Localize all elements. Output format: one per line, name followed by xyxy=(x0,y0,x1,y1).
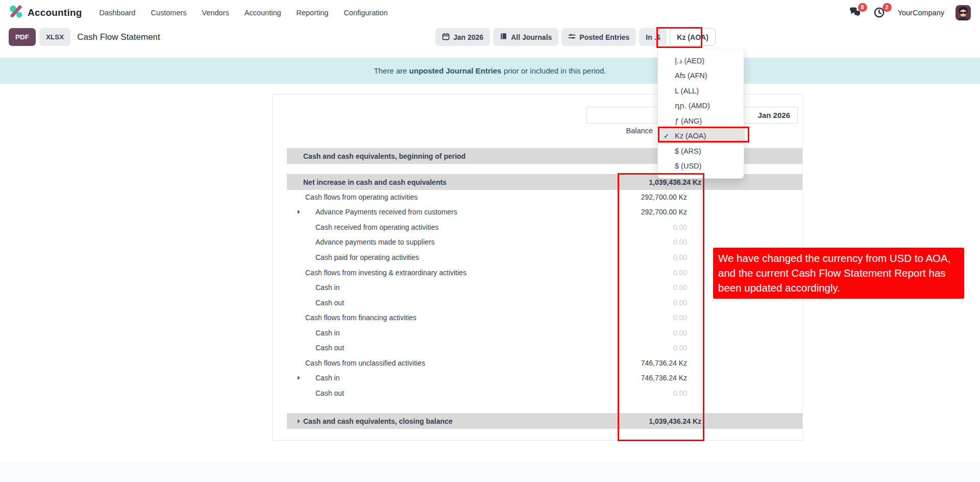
odoo-logo-icon xyxy=(9,5,23,20)
unposted-entries-banner: There are unposted Journal Entries prior… xyxy=(0,58,980,84)
banner-text-bold: unposted Journal Entries xyxy=(409,66,502,75)
currency-option-ars[interactable]: $ (ARS) xyxy=(658,143,744,159)
nav-item-accounting[interactable]: Accounting xyxy=(244,9,281,17)
comparison-filter-label: In .$ xyxy=(646,33,660,41)
journals-filter-button[interactable]: All Journals xyxy=(493,28,558,46)
currency-option-usd[interactable]: $ (USD) xyxy=(658,159,744,174)
posted-entries-filter-label: Posted Entries xyxy=(579,33,629,41)
user-avatar[interactable] xyxy=(955,5,971,20)
report-row-financing-cash-out: Cash out 0.00 xyxy=(273,340,802,355)
nav-item-configuration[interactable]: Configuration xyxy=(344,9,387,17)
comparison-filter-button[interactable]: In .$ xyxy=(639,28,667,46)
date-filter-button[interactable]: Jan 2026 xyxy=(435,28,490,46)
accounting-app: Accounting Dashboard Customers Vendors A… xyxy=(0,0,980,482)
date-filter-label: Jan 2026 xyxy=(453,33,483,41)
export-xlsx-button[interactable]: XLSX xyxy=(39,28,70,46)
nav-menu: Dashboard Customers Vendors Accounting R… xyxy=(100,9,388,17)
top-nav: Accounting Dashboard Customers Vendors A… xyxy=(0,0,980,25)
report-row-closing-balance[interactable]: Cash and cash equivalents, closing balan… xyxy=(287,413,802,429)
currency-option-aoa-selected[interactable]: ✓ Kz (AOA) xyxy=(658,129,744,144)
currency-dropdown-menu: د.إ (AED) Afs (AFN) L (ALL) դր. (AMD) ƒ … xyxy=(657,50,744,179)
nav-item-reporting[interactable]: Reporting xyxy=(297,9,329,17)
annotation-note: We have changed the currency from USD to… xyxy=(713,248,964,299)
currency-option-amd[interactable]: դր. (AMD) xyxy=(658,99,744,114)
banner-text-post: prior or included in this period. xyxy=(501,66,606,75)
currency-option-ang[interactable]: ƒ (ANG) xyxy=(658,113,744,129)
report-row-unclassified: Cash flows from unclassified activities … xyxy=(273,355,802,371)
currency-option-aed[interactable]: د.إ (AED) xyxy=(658,53,744,68)
messages-badge: 8 xyxy=(858,3,867,12)
activities-badge: 2 xyxy=(883,3,892,12)
report-row-unclassified-cash-out: Cash out 0.00 xyxy=(273,385,802,401)
report-toolbar-left: PDF XLSX Cash Flow Statement xyxy=(9,28,160,46)
posted-entries-filter-button[interactable]: Posted Entries xyxy=(561,28,636,46)
page-title: Cash Flow Statement xyxy=(77,32,160,42)
expand-caret-icon[interactable] xyxy=(298,210,300,214)
expand-caret-icon[interactable] xyxy=(298,376,300,380)
app-switcher[interactable]: Accounting xyxy=(9,5,82,20)
expand-caret-icon[interactable] xyxy=(298,419,300,423)
report-row-operating: Cash flows from operating activities 292… xyxy=(273,189,802,205)
journals-filter-label: All Journals xyxy=(511,33,552,41)
nav-item-dashboard[interactable]: Dashboard xyxy=(100,9,136,17)
report-filters: Jan 2026 All Journals Posted Entries xyxy=(435,28,716,46)
page-bottom-strip xyxy=(0,463,980,482)
calendar-icon xyxy=(442,33,450,42)
report-row-cash-received-operating: Cash received from operating activities … xyxy=(273,220,802,235)
app-name: Accounting xyxy=(28,7,82,18)
currency-filter-button[interactable]: Kz (AOA) xyxy=(670,28,715,46)
nav-item-customers[interactable]: Customers xyxy=(151,9,186,17)
checkmark-icon: ✓ xyxy=(664,132,669,140)
column-subheader-balance: Balance xyxy=(626,127,653,135)
journal-book-icon xyxy=(500,33,507,42)
currency-filter-label: Kz (AOA) xyxy=(677,33,708,41)
report-row-unclassified-cash-in[interactable]: Cash in 746,736.24 Kz xyxy=(273,370,802,385)
nav-right: 8 2 YourCompany xyxy=(849,5,971,20)
company-switcher[interactable]: YourCompany xyxy=(898,9,944,17)
report-row-advance-payments-customers[interactable]: Advance Payments received from customers… xyxy=(273,204,802,220)
currency-option-afn[interactable]: Afs (AFN) xyxy=(658,68,744,84)
banner-text-pre: There are xyxy=(374,66,409,75)
sliders-icon xyxy=(568,33,576,42)
nav-item-vendors[interactable]: Vendors xyxy=(202,9,229,17)
activities-clock-icon[interactable]: 2 xyxy=(873,7,887,19)
report-row-financing: Cash flows from financing activities 0.0… xyxy=(273,310,802,325)
messages-icon[interactable]: 8 xyxy=(849,7,862,19)
currency-option-all[interactable]: L (ALL) xyxy=(658,83,744,99)
export-pdf-button[interactable]: PDF xyxy=(9,28,36,46)
report-row-financing-cash-in: Cash in 0.00 xyxy=(273,325,802,341)
